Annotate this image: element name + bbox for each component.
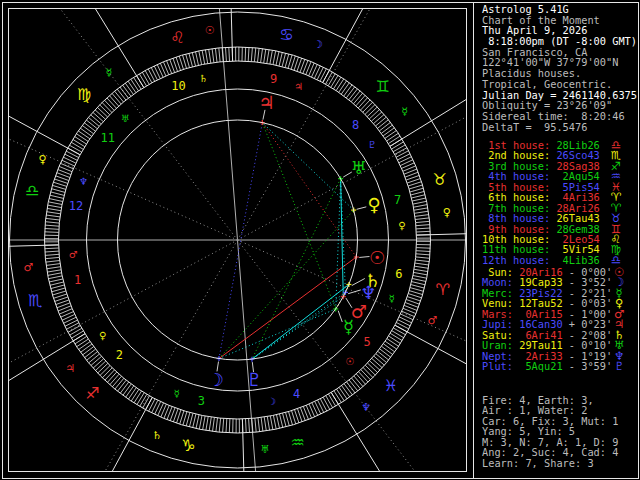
sign-ruler-icon: ☉ [205, 24, 215, 37]
planet-pointer-line [357, 207, 367, 209]
sign-boundary-line [47, 397, 152, 480]
sign-boundary-line [331, 393, 447, 480]
zodiac-sign-icon: ♎ [25, 181, 39, 200]
house-number: 12 [69, 199, 83, 213]
sign-boundary-line [227, 0, 233, 61]
house-cusp-line [39, 240, 238, 480]
aspect-line-trine [219, 210, 354, 358]
aspect-line-trine [252, 179, 341, 359]
sign-boundary-line [242, 419, 248, 480]
house-ruler-icon: ☿ [174, 388, 180, 399]
planet-icon: ♅ [351, 157, 367, 178]
planet-icon: ♆ [360, 282, 376, 303]
planet-pointer-line [338, 311, 342, 322]
house-number: 7 [394, 193, 401, 207]
chart-info-section: Astrolog 5.41GChart of the MomentThu Apr… [482, 4, 637, 132]
planet-icon: ☽ [208, 369, 224, 390]
planet-velocity: - 3°59' [563, 361, 613, 371]
house-cusp-line [238, 240, 475, 480]
sign-boundary-line [390, 31, 474, 147]
sign-ruler-icon: ♂ [428, 314, 438, 327]
aspect-line-sextile [336, 179, 341, 309]
aspect-line-sextile [262, 123, 353, 210]
aspect-line-sextile [252, 292, 346, 359]
house-number: 10 [171, 79, 185, 93]
info-text: Sidereal time: 8:20:46 [482, 111, 625, 122]
house-cusp-line [0, 78, 238, 240]
planet-velocity: - 0°10' [563, 340, 613, 350]
house-label: 12th house: [482, 255, 556, 265]
stat-text: Learn: 7, Share: 3 [482, 458, 594, 468]
stats-section: Fire: 4, Earth: 3,Air : 1, Water: 2Car: … [482, 395, 618, 468]
planet-icon: ☉ [369, 247, 385, 268]
sign-boundary-line [323, 0, 428, 83]
aspect-line-sextile [341, 179, 344, 297]
house-number: 11 [101, 131, 115, 145]
house-ruler-icon: ♄ [199, 73, 208, 84]
sign-ruler-icon: ♀ [38, 153, 46, 166]
house-row: 12th house: 4Lib36♎ [482, 255, 626, 265]
house-ruler-icon: ♂ [69, 249, 78, 260]
planet-pointer-line [359, 257, 369, 258]
zodiac-sign-icon: ♐ [85, 384, 99, 403]
planet-position-value: 29Tau11 [519, 340, 562, 350]
zodiac-sign-icon: ♍ [77, 85, 91, 104]
zodiac-sign-icon: ♋ [279, 25, 293, 44]
house-ruler-icon: ♃ [294, 81, 303, 92]
zodiac-sign-icon: ♏ [28, 291, 42, 310]
zodiac-sign-icon: ♈ [436, 280, 450, 299]
astrolog-window: ♈♂♉♀♊☿♋☽♌☉♍☿♎♀♏♂♐♃♑♄♒♅♓♆1♂2♀3☿4☽5☉6☿7♀8♇… [0, 0, 640, 480]
zodiac-sign-icon: ♉ [433, 170, 447, 189]
planets-section: Sun: 20Ari16 - 0°00'☉Moon: 19Cap33 - 3°5… [482, 267, 626, 371]
house-cusp-line [238, 0, 437, 240]
planet-icon: ♇ [246, 369, 262, 390]
sign-ruler-icon: ☽ [313, 38, 323, 51]
sign-boundary-line [395, 325, 474, 430]
house-ruler-icon: ♅ [121, 113, 130, 124]
sign-ruler-icon: ☿ [105, 66, 112, 79]
zodiac-sign-icon: ♊ [375, 77, 389, 96]
info-text: DeltaT = 95.5476 [482, 122, 587, 133]
house-row: 8th house: 26Tau43♉ [482, 213, 626, 223]
info-line: DeltaT = 95.5476 [482, 122, 637, 133]
aspect-line-sextile [252, 284, 349, 359]
sign-boundary-line [0, 50, 80, 155]
sign-boundary-line [0, 334, 85, 450]
houses-section: 1st house: 28Lib26♎ 2nd house: 26Sco43♏ … [482, 140, 626, 265]
stat-line: Learn: 7, Share: 3 [482, 458, 618, 468]
planet-icon: ♂ [351, 301, 367, 322]
house-cusp-value: 26Tau43 [556, 213, 599, 223]
planet-icon: ♇ [612, 361, 626, 373]
sign-ruler-icon: ♂ [23, 261, 33, 274]
sign-ruler-icon: ♄ [152, 429, 162, 442]
sign-ruler-icon: ♀ [443, 206, 451, 219]
info-line: Tropical, Geocentric. [482, 79, 637, 90]
zodiac-sign-icon: ♌ [170, 28, 184, 47]
sign-ruler-icon: ☿ [401, 105, 408, 118]
sign-ruler-icon: ♅ [260, 443, 270, 456]
house-number: 3 [198, 394, 205, 408]
info-panel: Astrolog 5.41GChart of the MomentThu Apr… [482, 0, 640, 480]
house-ruler-icon: ☽ [267, 396, 276, 407]
aspect-line-opposition [219, 123, 262, 359]
house-ruler-icon: ☉ [345, 356, 354, 367]
house-cusp-line [0, 0, 238, 240]
house-ruler-icon: ♆ [79, 176, 88, 187]
house-number: 8 [352, 118, 359, 132]
aspect-line-sextile [219, 309, 336, 359]
house-ruler-icon: ♀ [398, 220, 405, 231]
house-label: 8th house: [482, 213, 556, 223]
house-ruler-icon: ☿ [389, 293, 395, 304]
house-ruler-icon: ♀ [99, 330, 106, 341]
house-ruler-icon: ♇ [368, 139, 377, 150]
planet-icon: ♀ [367, 194, 380, 215]
house-number: 4 [293, 387, 300, 401]
aspect-line-sextile [252, 297, 343, 359]
planet-position-value: 5Aqu21 [519, 361, 562, 371]
house-number: 1 [74, 273, 81, 287]
zodiac-sign-icon: ♑ [181, 436, 195, 455]
info-text: Tropical, Geocentric. [482, 79, 612, 90]
house-number: 5 [364, 335, 371, 349]
planet-row: Plut: 5Aqu21 - 3°59'♇ [482, 361, 626, 371]
planet-icon: ♃ [259, 92, 275, 113]
